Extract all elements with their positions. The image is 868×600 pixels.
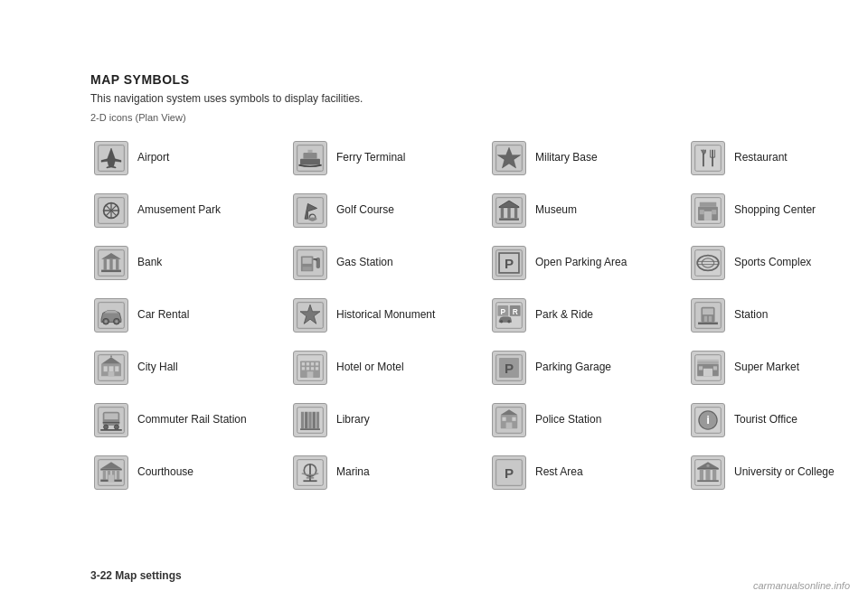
icons-grid: Airport Ferry Terminal Military Base Res… (90, 132, 778, 499)
svg-rect-102 (316, 362, 318, 365)
svg-rect-51 (303, 258, 312, 264)
svg-rect-131 (305, 412, 307, 429)
svg-rect-32 (514, 208, 517, 219)
svg-point-67 (104, 320, 107, 323)
section-title: MAP SYMBOLS (90, 72, 778, 87)
icon-label-restaurant: Restaurant (734, 151, 788, 165)
icon-item-open-parking: P Open Parking Area (488, 237, 687, 289)
icon-label-rest-area: Rest Area (535, 465, 583, 480)
icon-item-restaurant: Restaurant (687, 132, 868, 184)
svg-point-68 (115, 320, 118, 323)
icon-label-gas-station: Gas Station (336, 256, 393, 270)
icon-item-park-ride: P R Park & Ride (488, 289, 687, 342)
svg-text:P: P (500, 307, 505, 316)
svg-rect-30 (501, 208, 504, 219)
icon-item-police-station: Police Station (488, 394, 687, 446)
svg-rect-156 (108, 475, 115, 483)
icon-item-library: Library (289, 394, 488, 446)
svg-text:P: P (505, 361, 514, 376)
icon-label-hotel-motel: Hotel or Motel (336, 361, 404, 375)
svg-rect-151 (103, 470, 106, 479)
icon-item-bank: Bank (90, 237, 289, 289)
icon-label-airport: Airport (137, 151, 169, 165)
icon-image-ferry-terminal (293, 141, 327, 175)
icon-item-commuter-rail: Commuter Rail Station (90, 394, 289, 446)
svg-text:P: P (505, 256, 514, 271)
svg-rect-170 (700, 470, 703, 481)
icon-image-car-rental (94, 298, 128, 333)
icon-item-sports-complex: Sports Complex (687, 237, 868, 289)
icon-item-museum: Museum (488, 184, 687, 237)
svg-rect-101 (311, 362, 314, 365)
icon-image-hotel-motel (293, 351, 327, 385)
svg-rect-140 (506, 423, 513, 429)
svg-rect-106 (316, 367, 318, 370)
icon-image-museum (492, 193, 526, 228)
icon-image-airport (94, 141, 128, 175)
icon-item-ferry-terminal: Ferry Terminal (289, 132, 488, 184)
svg-rect-53 (303, 267, 312, 270)
icon-image-tourist-office: i (691, 403, 725, 437)
svg-rect-33 (499, 218, 519, 220)
svg-rect-135 (300, 428, 320, 430)
svg-point-174 (706, 464, 709, 467)
icon-image-library (293, 403, 327, 437)
icon-label-museum: Museum (535, 203, 577, 218)
svg-rect-99 (302, 362, 305, 365)
svg-point-125 (104, 425, 108, 429)
icon-label-station: Station (734, 308, 768, 323)
icon-image-bank (94, 246, 128, 280)
svg-rect-142 (512, 417, 515, 421)
icon-image-restaurant (691, 141, 725, 175)
icon-item-station: Station (687, 289, 868, 342)
icon-image-police-station (492, 403, 526, 437)
svg-point-126 (114, 425, 118, 429)
svg-text:R: R (513, 307, 518, 316)
icon-label-tourist-office: Tourist Office (734, 413, 797, 427)
icon-label-golf-course: Golf Course (336, 203, 394, 218)
svg-rect-134 (316, 412, 319, 429)
icon-label-commuter-rail: Commuter Rail Station (137, 413, 247, 427)
page-footer: 3-22 Map settings (90, 569, 182, 582)
icon-label-sports-complex: Sports Complex (734, 256, 811, 270)
svg-rect-116 (697, 360, 719, 361)
icon-label-super-market: Super Market (734, 361, 799, 375)
svg-rect-172 (712, 470, 716, 481)
svg-rect-117 (703, 369, 712, 376)
icon-label-police-station: Police Station (535, 413, 601, 427)
svg-rect-100 (307, 362, 309, 365)
svg-rect-169 (697, 468, 719, 470)
svg-rect-92 (108, 366, 113, 371)
svg-rect-46 (116, 259, 118, 270)
svg-point-78 (500, 320, 503, 323)
svg-rect-154 (117, 470, 119, 479)
icon-label-park-ride: Park & Ride (535, 308, 593, 323)
icon-label-historical-monument: Historical Monument (336, 308, 435, 323)
icon-image-shopping-center (691, 193, 725, 228)
svg-rect-47 (101, 270, 121, 273)
svg-rect-91 (104, 366, 108, 371)
page-container: MAP SYMBOLS This navigation system uses … (0, 0, 868, 571)
icon-label-military-base: Military Base (535, 151, 598, 165)
icon-label-open-parking: Open Parking Area (535, 256, 627, 270)
svg-rect-103 (302, 367, 305, 370)
svg-rect-93 (115, 366, 118, 371)
svg-rect-84 (704, 316, 707, 323)
icon-item-super-market: Super Market (687, 342, 868, 394)
icon-label-marina: Marina (336, 465, 370, 480)
icon-image-station (691, 298, 725, 333)
icon-label-amusement-park: Amusement Park (137, 203, 221, 218)
svg-rect-115 (697, 361, 719, 363)
icon-label-parking-garage: Parking Garage (535, 361, 611, 375)
icon-image-golf-course (293, 193, 327, 228)
svg-rect-119 (713, 366, 717, 370)
icon-item-tourist-office: i Tourist Office (687, 394, 868, 446)
icon-label-shopping-center: Shopping Center (734, 203, 816, 218)
icon-label-university: University or College (734, 465, 835, 480)
icon-image-marina (293, 455, 327, 490)
svg-rect-130 (301, 412, 304, 429)
svg-rect-31 (507, 208, 510, 219)
icon-item-military-base: Military Base (488, 132, 687, 184)
svg-rect-83 (703, 308, 713, 314)
svg-rect-94 (108, 371, 115, 376)
